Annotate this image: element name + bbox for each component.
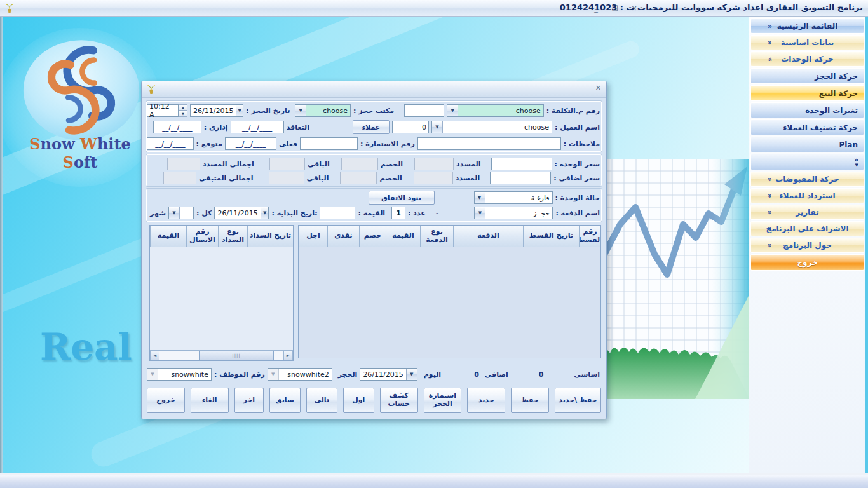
save-button[interactable]: حفظ	[511, 388, 549, 413]
extra-remaining-field	[269, 172, 304, 184]
today-date-picker[interactable]: 26/11/2015 ▼	[360, 368, 417, 381]
dialog-close-icon[interactable]: ✕	[595, 84, 601, 92]
column-header[interactable]: الدفعة	[453, 226, 523, 247]
dropdown-icon[interactable]: ▼	[169, 207, 180, 219]
employee-combo[interactable]: ▼ snowwhite	[147, 368, 212, 381]
expected-date-field[interactable]: __/__/____	[147, 137, 194, 150]
column-header[interactable]: اجل	[299, 226, 327, 247]
save-new-button[interactable]: حفظ \جديد	[555, 388, 601, 413]
dropdown-icon[interactable]: ▼	[447, 105, 458, 116]
time-spinner[interactable]: ▲ ▼	[179, 104, 187, 117]
value-field[interactable]	[320, 207, 355, 219]
column-header[interactable]: القيمة	[150, 226, 186, 247]
unit-state-combo[interactable]: ▼ فارغـة	[474, 191, 553, 204]
dropdown-icon[interactable]: ▼	[406, 369, 417, 380]
unit-state-label: حالة الوحدة :	[555, 194, 600, 202]
sidebar-group-basic-data[interactable]: » بيانات اساسية	[750, 35, 864, 50]
scroll-left-icon[interactable]: ◄	[150, 351, 159, 360]
column-header[interactable]: نقدى	[327, 226, 359, 247]
reservation-date-picker[interactable]: 26/11/2015 ▼	[190, 104, 243, 117]
agreement-terms-button[interactable]: بنود الاتفاق	[369, 191, 435, 205]
column-header[interactable]: خصم	[359, 226, 386, 247]
dialog-icon	[146, 84, 156, 95]
dropdown-icon[interactable]: ▼	[295, 105, 306, 116]
unit-price-field[interactable]	[491, 158, 552, 170]
contract-date-label: التعاقد	[287, 123, 309, 132]
sidebar-group-main-menu[interactable]: » القائمة الرئيسية	[750, 18, 864, 34]
client-name-combo[interactable]: ▼ choose	[431, 121, 552, 133]
sidebar-item-reservation-movement[interactable]: حركة الحجز	[750, 68, 864, 84]
scroll-right-icon[interactable]: ►	[283, 351, 293, 360]
column-header[interactable]: رقم القسط	[579, 226, 600, 247]
period-combo[interactable]: ▼	[168, 207, 194, 219]
chevrons-down-icon: »	[766, 193, 774, 198]
sidebar-item-plan[interactable]: Plan	[750, 137, 864, 152]
sale-dialog: _ ✕ رقم م.التكلفة : ▼ choose مكتب حجز : …	[141, 81, 607, 419]
reservation-user-label: الحجز	[338, 370, 358, 379]
contract-date-field[interactable]: __/__/____	[231, 121, 284, 133]
chevrons-down-icon: »	[766, 40, 774, 44]
sidebar-group-client-refund[interactable]: » استرداد للعملاء	[750, 188, 864, 203]
dropdown-icon[interactable]: ▼	[475, 192, 485, 203]
dropdown-icon[interactable]: ▼	[261, 207, 269, 219]
sidebar-group-receipts[interactable]: » حركة المقبوضات	[750, 172, 864, 187]
next-button[interactable]: تالى	[306, 388, 337, 413]
dropdown-icon[interactable]: ▼	[475, 207, 485, 219]
column-header[interactable]: رقم الايصال	[186, 226, 218, 247]
cost-number-combo[interactable]: ▼ choose	[447, 104, 543, 117]
reservation-user-combo[interactable]: ▼ snowwhite2	[268, 368, 332, 381]
sidebar-scroll-strip[interactable]: » ▼	[750, 154, 864, 170]
payment-name-combo[interactable]: ▼ حجــز	[474, 207, 553, 219]
column-header[interactable]: نوع الدفعة	[420, 226, 453, 247]
dropdown-icon[interactable]: ▼	[432, 121, 443, 133]
payments-table-body[interactable]	[150, 247, 293, 350]
first-button[interactable]: اول	[343, 388, 374, 413]
dropdown-icon[interactable]: ▼	[236, 105, 243, 116]
form-number-field[interactable]	[300, 137, 358, 150]
reservation-time-picker[interactable]: 10:12 A ▲ ▼	[147, 104, 187, 117]
sidebar-group-about[interactable]: » حول البرنامج	[750, 238, 864, 253]
reservation-form-button[interactable]: استمارة الحجز	[424, 388, 462, 413]
new-button[interactable]: جديد	[467, 388, 505, 413]
column-header[interactable]: القيمة	[386, 226, 420, 247]
administrative-date-field[interactable]: __/__/____	[153, 121, 201, 133]
scrollbar-thumb[interactable]: ||||	[199, 351, 274, 360]
reservation-office-combo[interactable]: ▼ choose	[295, 104, 351, 117]
sidebar-group-reports[interactable]: » تقارير	[750, 205, 864, 220]
notes-field[interactable]	[417, 137, 561, 150]
client-count-field[interactable]: 0	[392, 121, 429, 133]
last-button[interactable]: اخر	[234, 388, 264, 413]
count-field[interactable]: 1	[391, 207, 405, 219]
extra-price-field[interactable]	[490, 172, 551, 184]
payments-table[interactable]: تاريخ السداد نوع السداد رقم الايصال القي…	[149, 225, 294, 361]
start-date-picker[interactable]: 26/11/2015 ▼	[214, 207, 269, 219]
chevrons-down-icon: »	[766, 210, 774, 214]
sidebar-item-unit-changes[interactable]: تغيرات الوحدة	[750, 102, 864, 118]
sidebar-exit-button[interactable]: خروج	[750, 254, 864, 271]
start-date-label: تاريخ البداية :	[271, 209, 317, 217]
sidebar-group-program-supervision[interactable]: » الاشراف على البرنامج	[750, 221, 864, 236]
sidebar-item-sale-movement[interactable]: حركة البيع	[750, 85, 864, 101]
installments-table-body[interactable]	[299, 247, 600, 358]
column-header[interactable]: نوع السداد	[218, 226, 247, 247]
exit-button[interactable]: خروج	[147, 388, 185, 413]
spin-up-icon[interactable]: ▲	[179, 104, 187, 111]
spin-down-icon[interactable]: ▼	[179, 111, 187, 117]
installments-table[interactable]: رقم القسط تاريخ القسط الدفعة نوع الدفعة …	[298, 225, 601, 358]
extra-label: اضافى	[485, 370, 508, 379]
sidebar-item-client-classification[interactable]: حركة تصنيف العملاء	[750, 119, 864, 135]
total-paid-field	[167, 158, 200, 170]
horizontal-scrollbar[interactable]: ◄ |||| ►	[150, 350, 293, 360]
discount-label: الخصم	[379, 174, 402, 182]
dialog-button-bar: حفظ \جديد حفظ جديد استمارة الحجز كشف حسا…	[147, 388, 601, 413]
previous-button[interactable]: سابق	[269, 388, 301, 413]
column-header[interactable]: تاريخ السداد	[247, 226, 293, 247]
column-header[interactable]: تاريخ القسط	[523, 226, 579, 247]
account-statement-button[interactable]: كشف حساب	[380, 388, 418, 413]
actual-date-field[interactable]: __/__/____	[225, 137, 276, 150]
clients-button[interactable]: عملاء	[353, 120, 390, 134]
unit-number-field[interactable]	[404, 104, 444, 117]
cancel-button[interactable]: الغاء	[191, 388, 229, 413]
dialog-minimize-icon[interactable]: _	[584, 84, 588, 92]
sidebar-group-unit-movement[interactable]: » حركة الوحدات	[750, 51, 864, 67]
